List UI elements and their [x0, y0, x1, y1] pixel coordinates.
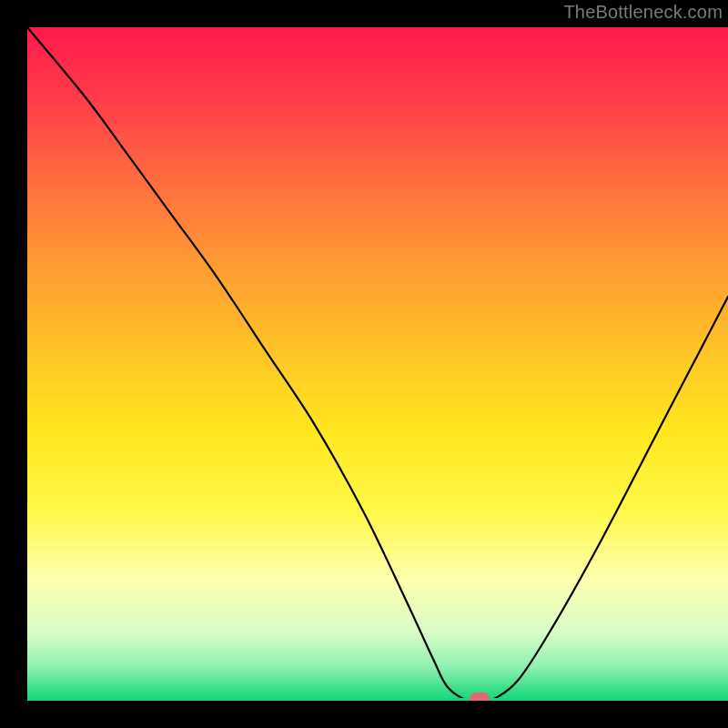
plot-area — [27, 27, 728, 701]
watermark-label: TheBottleneck.com — [563, 2, 723, 23]
chart-frame: TheBottleneck.com — [0, 0, 728, 728]
optimal-marker — [470, 693, 490, 701]
bottleneck-curve — [27, 27, 728, 701]
baseline — [27, 698, 728, 701]
